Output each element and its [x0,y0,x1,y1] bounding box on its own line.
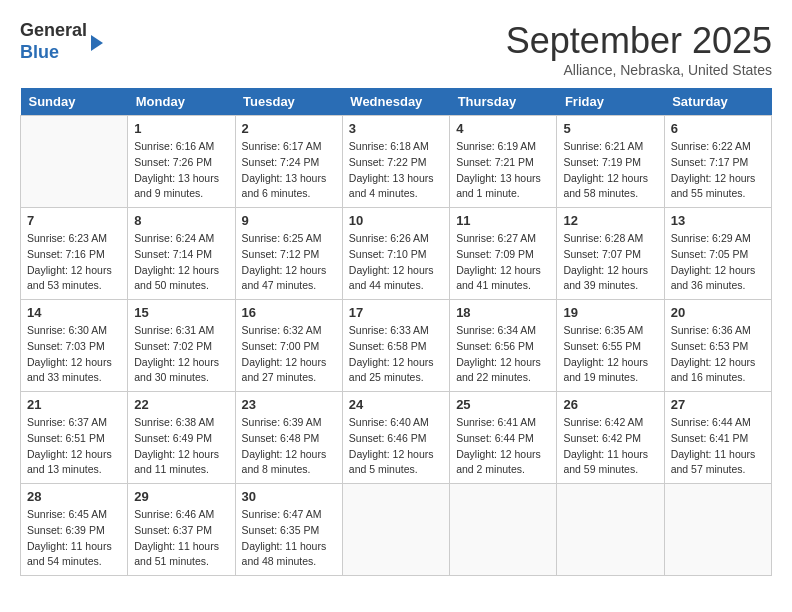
day-number: 2 [242,121,336,136]
day-info: Sunrise: 6:33 AM Sunset: 6:58 PM Dayligh… [349,323,443,386]
day-number: 20 [671,305,765,320]
calendar-week-4: 28Sunrise: 6:45 AM Sunset: 6:39 PM Dayli… [21,484,772,576]
calendar-cell: 25Sunrise: 6:41 AM Sunset: 6:44 PM Dayli… [450,392,557,484]
day-number: 5 [563,121,657,136]
day-info: Sunrise: 6:41 AM Sunset: 6:44 PM Dayligh… [456,415,550,478]
day-info: Sunrise: 6:31 AM Sunset: 7:02 PM Dayligh… [134,323,228,386]
day-info: Sunrise: 6:18 AM Sunset: 7:22 PM Dayligh… [349,139,443,202]
day-number: 23 [242,397,336,412]
day-number: 9 [242,213,336,228]
calendar-cell: 27Sunrise: 6:44 AM Sunset: 6:41 PM Dayli… [664,392,771,484]
day-info: Sunrise: 6:24 AM Sunset: 7:14 PM Dayligh… [134,231,228,294]
day-number: 3 [349,121,443,136]
day-number: 1 [134,121,228,136]
calendar-cell: 16Sunrise: 6:32 AM Sunset: 7:00 PM Dayli… [235,300,342,392]
day-number: 17 [349,305,443,320]
calendar-cell: 12Sunrise: 6:28 AM Sunset: 7:07 PM Dayli… [557,208,664,300]
day-number: 19 [563,305,657,320]
calendar-cell: 14Sunrise: 6:30 AM Sunset: 7:03 PM Dayli… [21,300,128,392]
day-info: Sunrise: 6:35 AM Sunset: 6:55 PM Dayligh… [563,323,657,386]
day-number: 24 [349,397,443,412]
day-info: Sunrise: 6:19 AM Sunset: 7:21 PM Dayligh… [456,139,550,202]
day-info: Sunrise: 6:34 AM Sunset: 6:56 PM Dayligh… [456,323,550,386]
calendar-cell: 20Sunrise: 6:36 AM Sunset: 6:53 PM Dayli… [664,300,771,392]
calendar-cell: 1Sunrise: 6:16 AM Sunset: 7:26 PM Daylig… [128,116,235,208]
day-number: 12 [563,213,657,228]
day-number: 25 [456,397,550,412]
day-info: Sunrise: 6:22 AM Sunset: 7:17 PM Dayligh… [671,139,765,202]
day-info: Sunrise: 6:17 AM Sunset: 7:24 PM Dayligh… [242,139,336,202]
day-number: 7 [27,213,121,228]
weekday-header-thursday: Thursday [450,88,557,116]
calendar-cell: 5Sunrise: 6:21 AM Sunset: 7:19 PM Daylig… [557,116,664,208]
day-number: 4 [456,121,550,136]
day-info: Sunrise: 6:40 AM Sunset: 6:46 PM Dayligh… [349,415,443,478]
logo-arrow-icon [91,35,103,51]
day-info: Sunrise: 6:42 AM Sunset: 6:42 PM Dayligh… [563,415,657,478]
calendar-table: SundayMondayTuesdayWednesdayThursdayFrid… [20,88,772,576]
weekday-header-sunday: Sunday [21,88,128,116]
day-number: 21 [27,397,121,412]
calendar-body: 1Sunrise: 6:16 AM Sunset: 7:26 PM Daylig… [21,116,772,576]
day-info: Sunrise: 6:32 AM Sunset: 7:00 PM Dayligh… [242,323,336,386]
weekday-header-tuesday: Tuesday [235,88,342,116]
day-number: 26 [563,397,657,412]
weekday-header-monday: Monday [128,88,235,116]
calendar-cell: 23Sunrise: 6:39 AM Sunset: 6:48 PM Dayli… [235,392,342,484]
day-number: 13 [671,213,765,228]
day-info: Sunrise: 6:45 AM Sunset: 6:39 PM Dayligh… [27,507,121,570]
logo-text: General Blue [20,20,87,63]
calendar-cell: 24Sunrise: 6:40 AM Sunset: 6:46 PM Dayli… [342,392,449,484]
calendar-cell: 9Sunrise: 6:25 AM Sunset: 7:12 PM Daylig… [235,208,342,300]
day-info: Sunrise: 6:36 AM Sunset: 6:53 PM Dayligh… [671,323,765,386]
calendar-cell: 29Sunrise: 6:46 AM Sunset: 6:37 PM Dayli… [128,484,235,576]
day-info: Sunrise: 6:39 AM Sunset: 6:48 PM Dayligh… [242,415,336,478]
calendar-cell: 8Sunrise: 6:24 AM Sunset: 7:14 PM Daylig… [128,208,235,300]
day-number: 27 [671,397,765,412]
calendar-cell [21,116,128,208]
day-number: 10 [349,213,443,228]
calendar-header: SundayMondayTuesdayWednesdayThursdayFrid… [21,88,772,116]
calendar-cell: 21Sunrise: 6:37 AM Sunset: 6:51 PM Dayli… [21,392,128,484]
calendar-week-3: 21Sunrise: 6:37 AM Sunset: 6:51 PM Dayli… [21,392,772,484]
calendar-cell: 10Sunrise: 6:26 AM Sunset: 7:10 PM Dayli… [342,208,449,300]
logo: General Blue [20,20,103,63]
logo-general: General [20,20,87,40]
calendar-cell: 30Sunrise: 6:47 AM Sunset: 6:35 PM Dayli… [235,484,342,576]
day-number: 16 [242,305,336,320]
day-number: 30 [242,489,336,504]
day-info: Sunrise: 6:25 AM Sunset: 7:12 PM Dayligh… [242,231,336,294]
day-number: 29 [134,489,228,504]
calendar-week-0: 1Sunrise: 6:16 AM Sunset: 7:26 PM Daylig… [21,116,772,208]
calendar-cell: 26Sunrise: 6:42 AM Sunset: 6:42 PM Dayli… [557,392,664,484]
calendar-cell: 19Sunrise: 6:35 AM Sunset: 6:55 PM Dayli… [557,300,664,392]
day-info: Sunrise: 6:47 AM Sunset: 6:35 PM Dayligh… [242,507,336,570]
day-info: Sunrise: 6:37 AM Sunset: 6:51 PM Dayligh… [27,415,121,478]
day-number: 6 [671,121,765,136]
calendar-cell: 15Sunrise: 6:31 AM Sunset: 7:02 PM Dayli… [128,300,235,392]
calendar-cell: 13Sunrise: 6:29 AM Sunset: 7:05 PM Dayli… [664,208,771,300]
day-info: Sunrise: 6:28 AM Sunset: 7:07 PM Dayligh… [563,231,657,294]
calendar-cell [557,484,664,576]
calendar-cell: 22Sunrise: 6:38 AM Sunset: 6:49 PM Dayli… [128,392,235,484]
calendar-cell: 7Sunrise: 6:23 AM Sunset: 7:16 PM Daylig… [21,208,128,300]
calendar-cell: 2Sunrise: 6:17 AM Sunset: 7:24 PM Daylig… [235,116,342,208]
calendar-cell: 6Sunrise: 6:22 AM Sunset: 7:17 PM Daylig… [664,116,771,208]
day-number: 15 [134,305,228,320]
calendar-cell: 17Sunrise: 6:33 AM Sunset: 6:58 PM Dayli… [342,300,449,392]
day-info: Sunrise: 6:44 AM Sunset: 6:41 PM Dayligh… [671,415,765,478]
calendar-cell [342,484,449,576]
day-info: Sunrise: 6:16 AM Sunset: 7:26 PM Dayligh… [134,139,228,202]
calendar-cell: 28Sunrise: 6:45 AM Sunset: 6:39 PM Dayli… [21,484,128,576]
calendar-cell: 18Sunrise: 6:34 AM Sunset: 6:56 PM Dayli… [450,300,557,392]
location-subtitle: Alliance, Nebraska, United States [506,62,772,78]
day-number: 11 [456,213,550,228]
day-number: 28 [27,489,121,504]
calendar-cell [450,484,557,576]
weekday-header-friday: Friday [557,88,664,116]
day-info: Sunrise: 6:29 AM Sunset: 7:05 PM Dayligh… [671,231,765,294]
day-info: Sunrise: 6:21 AM Sunset: 7:19 PM Dayligh… [563,139,657,202]
day-number: 8 [134,213,228,228]
day-number: 22 [134,397,228,412]
day-info: Sunrise: 6:27 AM Sunset: 7:09 PM Dayligh… [456,231,550,294]
